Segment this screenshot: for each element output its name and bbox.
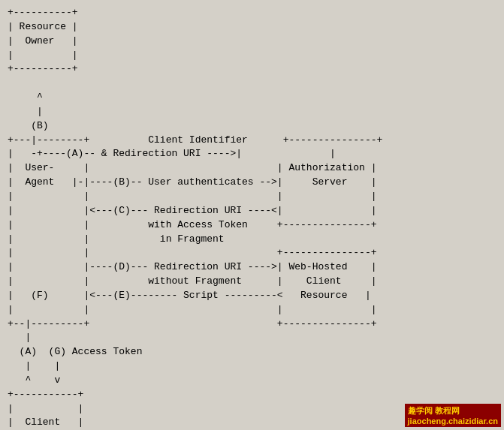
- watermark-url: jiaocheng.chaizidiar.cn: [408, 416, 498, 425]
- watermark-text: 趣学阅 教程网: [408, 406, 460, 415]
- watermark: 趣学阅 教程网 jiaocheng.chaizidiar.cn: [405, 404, 501, 427]
- diagram-container: +----------+ | Resource | | Owner | | | …: [0, 0, 504, 430]
- diagram-content: +----------+ | Resource | | Owner | | | …: [8, 6, 496, 430]
